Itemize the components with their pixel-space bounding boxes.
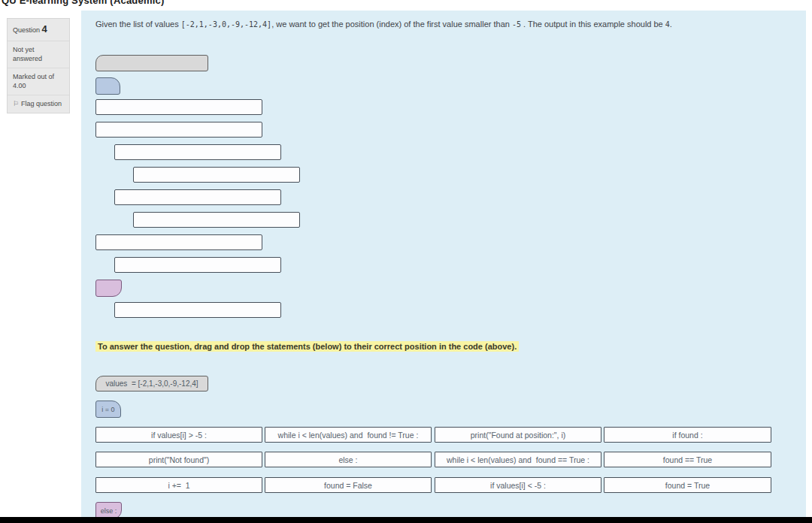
drop-slot-6-indent2[interactable]	[133, 212, 300, 228]
question-code-threshold: -5	[512, 20, 521, 29]
drag-statement[interactable]: while i < len(values) and found == True …	[435, 452, 601, 467]
flag-icon: ⚐	[13, 99, 19, 108]
bottom-black-bar	[0, 517, 812, 523]
placed-item-i[interactable]	[95, 77, 120, 95]
drag-item-values[interactable]: values = [-2,1,-3,0,-9,-12,4]	[95, 376, 208, 391]
question-info-box: Question 4 Not yet answered Marked out o…	[7, 18, 70, 113]
drag-item-i-equals-0[interactable]: i = 0	[95, 401, 121, 418]
window-title: QU E-learning System (Academic)	[2, 0, 317, 8]
drop-slot-1[interactable]	[95, 99, 262, 115]
drag-statement[interactable]: if values[i] < -5 :	[435, 477, 601, 493]
drop-slot-9-indent1[interactable]	[114, 302, 281, 318]
question-text: Given the list of values [-2,1,-3,0,-9,-…	[95, 20, 798, 29]
drag-statement[interactable]: else :	[265, 452, 432, 467]
question-text-suffix: .	[670, 20, 672, 29]
drop-slot-4-indent2[interactable]	[133, 167, 300, 183]
question-marks: Marked out of 4.00	[8, 68, 69, 95]
drag-statement[interactable]: if found :	[604, 427, 771, 443]
question-number-section: Question 4	[8, 19, 69, 41]
window-title-text: QU E-learning System (Academic)	[2, 0, 317, 6]
drag-statement[interactable]: print("Not found")	[95, 452, 262, 467]
question-panel: Given the list of values [-2,1,-3,0,-9,-…	[81, 11, 806, 517]
placed-item-else[interactable]	[95, 280, 122, 297]
drag-statement[interactable]: i += 1	[95, 477, 262, 493]
drag-statement[interactable]: found == True	[604, 452, 771, 467]
drop-slot-8-indent1[interactable]	[114, 257, 281, 273]
question-text-mid2: . The output in this example should be	[521, 20, 665, 29]
drop-slot-7[interactable]	[95, 234, 262, 250]
question-number: 4	[42, 23, 47, 35]
question-code-list: [-2,1,-3,0,-9,-12,4]	[181, 20, 271, 29]
drag-statement[interactable]: found = True	[604, 477, 771, 493]
placed-item-values[interactable]	[95, 55, 208, 71]
question-label: Question	[13, 26, 40, 34]
drag-statement[interactable]: if values[i] > -5 :	[95, 427, 262, 443]
drag-statement[interactable]: print("Found at position:", i)	[435, 427, 601, 443]
drop-slot-3-indent1[interactable]	[114, 144, 281, 160]
question-status: Not yet answered	[8, 41, 69, 68]
question-text-mid1: , we want to get the position (index) of…	[271, 20, 512, 29]
drag-statement[interactable]: while i < len(values) and found != True …	[265, 427, 432, 443]
drag-drop-instruction: To answer the question, drag and drop th…	[95, 341, 519, 352]
drop-slot-5-indent1[interactable]	[114, 189, 281, 205]
flag-question-label: Flag question	[21, 99, 62, 108]
flag-question-button[interactable]: ⚐ Flag question	[8, 95, 69, 113]
question-text-prefix: Given the list of values	[95, 20, 181, 29]
drag-statement[interactable]: found = False	[265, 477, 432, 493]
drop-slot-2[interactable]	[95, 122, 262, 138]
